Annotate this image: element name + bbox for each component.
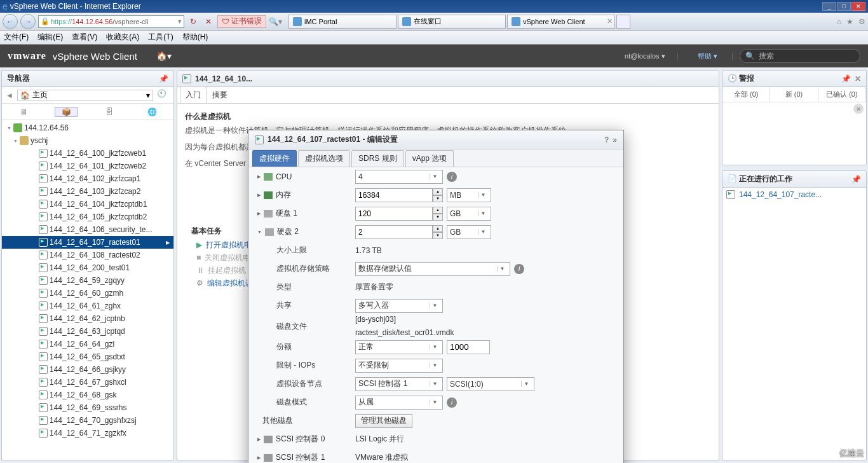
maximize-button[interactable]: □ bbox=[837, 2, 851, 11]
tree-vm-item[interactable]: 144_12_64_59_zgqyy bbox=[2, 274, 173, 287]
pin-icon[interactable]: 📌 bbox=[851, 175, 861, 184]
tree-vm-item[interactable]: 144_12_64_63_jcptqd bbox=[2, 325, 173, 338]
disk2-spinner[interactable]: 2▲▼ bbox=[355, 225, 443, 239]
tree-vm-item[interactable]: 144_12_64_68_gsk bbox=[2, 389, 173, 401]
help-link[interactable]: 帮助 ▾ bbox=[698, 52, 717, 61]
tree-vm-item[interactable]: 144_12_64_69_sssrhs bbox=[2, 401, 173, 414]
ie-tab-vsphere[interactable]: vSphere Web Client✕ bbox=[507, 15, 615, 29]
address-bar[interactable]: 🔒 https://144.12.64.56/vsphere-cli ▾ bbox=[38, 15, 184, 28]
hosts-view-icon[interactable]: 🖥 bbox=[12, 107, 35, 116]
tab-sdrs-rules[interactable]: SDRS 规则 bbox=[351, 150, 404, 167]
tree-vm-item[interactable]: 144_12_64_103_jkzfzcap2 bbox=[2, 185, 173, 198]
search-dropdown-icon[interactable]: 🔍▾ bbox=[269, 17, 282, 26]
shares-select[interactable]: 正常▼ bbox=[355, 340, 443, 354]
forward-button[interactable]: → bbox=[20, 14, 36, 29]
tree-vm-item[interactable]: 144_12_64_105_jkzfzcptdb2 bbox=[2, 211, 173, 223]
ie-tab-online[interactable]: 在线窗口 bbox=[398, 15, 506, 29]
ie-tab-imc[interactable]: iMC Portal bbox=[288, 15, 397, 29]
share-select[interactable]: 多写入器▼ bbox=[355, 299, 443, 313]
home-button[interactable]: 🏠▾ bbox=[156, 51, 172, 61]
menu-file[interactable]: 文件(F) bbox=[4, 32, 29, 43]
menu-tools[interactable]: 工具(T) bbox=[148, 32, 173, 43]
expand-icon[interactable]: ▶ bbox=[257, 174, 261, 179]
cpu-select[interactable]: 4▼ bbox=[355, 170, 443, 184]
cert-error-badge[interactable]: 🛡证书错误 bbox=[217, 15, 266, 28]
expand-icon[interactable]: ▶ bbox=[257, 193, 261, 198]
expand-icon[interactable]: ▶ bbox=[257, 437, 261, 442]
reload-button[interactable]: ↻ bbox=[187, 15, 200, 28]
new-tab-button[interactable] bbox=[616, 15, 630, 29]
home-icon[interactable]: ⌂ bbox=[837, 17, 841, 26]
tree-vm-item[interactable]: 144_12_64_61_zghx bbox=[2, 300, 173, 312]
tree-vcenter[interactable]: 144.12.64.56 bbox=[24, 123, 69, 132]
back-button[interactable]: ← bbox=[3, 14, 18, 29]
addr-dropdown-icon[interactable]: ▾ bbox=[178, 17, 182, 25]
disk1-spinner[interactable]: 120▲▼ bbox=[355, 207, 443, 221]
alarm-tab-all[interactable]: 全部 (0) bbox=[722, 87, 770, 102]
disk2-unit-select[interactable]: GB▼ bbox=[447, 225, 491, 239]
alarm-tab-new[interactable]: 新 (0) bbox=[770, 87, 818, 102]
vdev-ctrl-select[interactable]: SCSI 控制器 1▼ bbox=[355, 377, 443, 391]
tree-vm-item[interactable]: 144_12_64_70_ggshfxzsj bbox=[2, 414, 173, 427]
storage-view-icon[interactable]: 🗄 bbox=[98, 107, 121, 116]
vdev-pos-select[interactable]: SCSI(1:0)▼ bbox=[447, 377, 534, 391]
collapse-icon[interactable]: ▼ bbox=[7, 126, 11, 130]
tree-vm-item[interactable]: 144_12_64_101_jkzfzcweb2 bbox=[2, 160, 173, 172]
tree-vm-item[interactable]: 144_12_64_106_security_te... bbox=[2, 223, 173, 236]
alarm-tab-ack[interactable]: 已确认 (0) bbox=[818, 87, 866, 102]
expand-icon[interactable]: ▶ bbox=[257, 211, 261, 216]
tree-vm-item[interactable]: 144_12_64_65_gsdtxt bbox=[2, 350, 173, 363]
tab-virtual-hardware[interactable]: 虚拟硬件 bbox=[252, 150, 297, 167]
help-icon[interactable]: ? bbox=[604, 135, 609, 144]
search-box[interactable]: 🔍搜索 bbox=[740, 49, 860, 63]
tab-getting-started[interactable]: 入门 bbox=[180, 86, 207, 103]
user-label[interactable]: nt@localos ▾ bbox=[625, 52, 665, 60]
menu-help[interactable]: 帮助(H) bbox=[182, 32, 208, 43]
storage-policy-select[interactable]: 数据存储默认值▼ bbox=[355, 262, 510, 276]
mem-unit-select[interactable]: MB▼ bbox=[447, 188, 491, 202]
stop-button[interactable]: ✕ bbox=[202, 15, 215, 28]
chevron-right-icon[interactable]: » bbox=[613, 135, 617, 144]
tree-vm-item[interactable]: 144_12_64_67_gshxcl bbox=[2, 376, 173, 389]
tab-vapp-options[interactable]: vApp 选项 bbox=[405, 150, 454, 167]
tree-vm-item[interactable]: 144_12_64_102_jkzfzcap1 bbox=[2, 172, 173, 185]
info-icon[interactable]: i bbox=[447, 172, 457, 182]
tree-datacenter[interactable]: yschj bbox=[31, 136, 48, 145]
collapse-icon[interactable]: ▼ bbox=[257, 230, 262, 234]
manage-other-disks-button[interactable]: 管理其他磁盘 bbox=[355, 414, 412, 428]
tab-vm-options[interactable]: 虚拟机选项 bbox=[298, 150, 350, 167]
disk1-unit-select[interactable]: GB▼ bbox=[447, 207, 491, 221]
chevron-right-icon[interactable]: ▶ bbox=[166, 240, 170, 245]
shares-input[interactable] bbox=[447, 340, 490, 354]
tab-close-icon[interactable]: ✕ bbox=[607, 17, 613, 25]
favorites-icon[interactable]: ★ bbox=[846, 17, 853, 26]
collapse-icon[interactable]: ▼ bbox=[13, 139, 18, 143]
network-view-icon[interactable]: 🌐 bbox=[140, 107, 163, 116]
close-window-button[interactable]: ✕ bbox=[851, 2, 865, 11]
menu-favorites[interactable]: 收藏夹(A) bbox=[106, 32, 139, 43]
expand-icon[interactable]: ▶ bbox=[257, 455, 261, 460]
wip-item[interactable]: 144_12_64_107_racte... bbox=[722, 188, 866, 202]
tree-vm-item[interactable]: 144_12_64_100_jkzfzcweb1 bbox=[2, 147, 173, 160]
nav-back-icon[interactable]: ◄ bbox=[6, 91, 13, 100]
tree-vm-item[interactable]: 144_12_64_200_test01 bbox=[2, 261, 173, 274]
tree-vm-item[interactable]: 144_12_64_71_zgzkfx bbox=[2, 427, 173, 439]
pin-icon[interactable]: 📌 bbox=[841, 74, 851, 83]
tree-vm-item[interactable]: 144_12_64_62_jcptnb bbox=[2, 312, 173, 325]
tree-vm-item[interactable]: 144_12_64_60_gzmh bbox=[2, 287, 173, 300]
dismiss-icon[interactable]: ✕ bbox=[853, 104, 864, 114]
minimize-button[interactable]: _ bbox=[822, 2, 836, 11]
tab-summary[interactable]: 摘要 bbox=[207, 86, 233, 103]
menu-view[interactable]: 查看(V) bbox=[72, 32, 97, 43]
close-icon[interactable]: ✕ bbox=[855, 74, 861, 83]
info-icon[interactable]: i bbox=[514, 264, 524, 274]
info-icon[interactable]: i bbox=[447, 397, 457, 408]
tree-vm-item[interactable]: 144_12_64_108_ractest02 bbox=[2, 249, 173, 261]
tree-vm-item[interactable]: 144_12_64_104_jkzfzcptdb1 bbox=[2, 198, 173, 211]
nav-history-icon[interactable]: 🕙 bbox=[157, 89, 170, 102]
tree-vm-item[interactable]: 144_12_64_66_gsjkyy bbox=[2, 363, 173, 376]
tools-icon[interactable]: ⚙ bbox=[858, 17, 865, 26]
pin-icon[interactable]: 📌 bbox=[159, 74, 168, 83]
tree-vm-item[interactable]: 144_12_64_107_ractest01▶ bbox=[2, 236, 173, 249]
diskmode-select[interactable]: 从属▼ bbox=[355, 396, 443, 410]
